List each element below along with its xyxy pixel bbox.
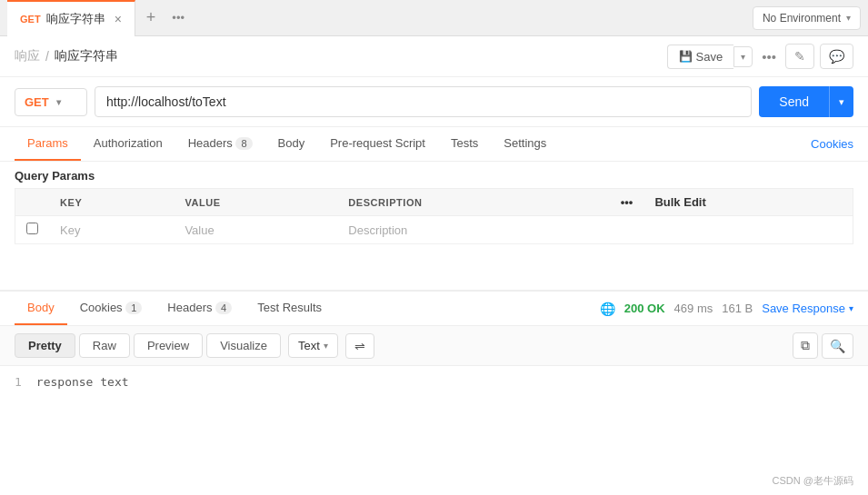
tab-pre-request-script[interactable]: Pre-request Script — [317, 127, 438, 161]
response-size: 161 B — [722, 302, 753, 315]
url-bar: GET ▾ Send ▾ — [0, 77, 868, 127]
save-button-group: 💾 Save ▾ — [667, 45, 753, 69]
save-response-chevron-icon: ▾ — [849, 303, 853, 313]
footer: CSDN @老牛源码 — [773, 474, 853, 488]
dots-col-header: ••• — [610, 189, 644, 216]
row-checkbox[interactable] — [15, 216, 50, 244]
method-chevron-icon: ▾ — [56, 97, 61, 107]
body-toolbar: Pretty Raw Preview Visualize Text ▾ ⇌ ⧉ … — [0, 326, 868, 366]
breadcrumb-current: 响应字符串 — [55, 48, 118, 64]
resp-tab-headers[interactable]: Headers 4 — [155, 292, 244, 325]
save-response-label: Save Response — [762, 302, 845, 315]
active-tab[interactable]: GET 响应字符串 × — [7, 0, 135, 36]
env-chevron-icon: ▾ — [846, 13, 851, 23]
tab-add-button[interactable]: + — [135, 8, 167, 27]
value-cell[interactable]: Value — [174, 216, 337, 244]
wrap-button[interactable]: ⇌ — [345, 333, 374, 359]
description-col-header: DESCRIPTION — [337, 189, 609, 216]
response-header: Body Cookies 1 Headers 4 Test Results 🌐 … — [0, 292, 868, 326]
save-icon: 💾 — [679, 50, 693, 63]
save-response-button[interactable]: Save Response ▾ — [762, 302, 853, 315]
method-label: GET — [25, 95, 49, 109]
edit-button[interactable]: ✎ — [785, 44, 814, 69]
response-code: response text — [36, 375, 129, 389]
header-actions: 💾 Save ▾ ••• ✎ 💬 — [667, 44, 853, 69]
globe-icon: 🌐 — [600, 302, 615, 316]
method-selector[interactable]: GET ▾ — [15, 88, 87, 116]
more-options-button[interactable]: ••• — [758, 45, 780, 68]
resp-tab-cookies[interactable]: Cookies 1 — [67, 292, 155, 325]
env-selector[interactable]: No Environment ▾ — [753, 6, 861, 30]
params-section: Query Params KEY VALUE DESCRIPTION ••• B… — [0, 162, 868, 244]
row-dots — [610, 216, 644, 244]
value-col-header: VALUE — [174, 189, 337, 216]
save-button[interactable]: 💾 Save — [667, 45, 734, 69]
response-section: Body Cookies 1 Headers 4 Test Results 🌐 … — [0, 290, 868, 398]
preview-button[interactable]: Preview — [134, 333, 203, 358]
search-button[interactable]: 🔍 — [822, 333, 853, 359]
key-cell[interactable]: Key — [49, 216, 174, 244]
tab-params[interactable]: Params — [15, 127, 81, 161]
response-meta: 🌐 200 OK 469 ms 161 B Save Response ▾ — [600, 302, 853, 316]
send-chevron-button[interactable]: ▾ — [829, 86, 853, 117]
tab-headers[interactable]: Headers 8 — [175, 127, 265, 161]
pretty-button[interactable]: Pretty — [15, 333, 75, 358]
table-row: Key Value Description — [15, 216, 853, 244]
breadcrumb: 响应 / 响应字符串 — [15, 48, 667, 64]
url-input[interactable] — [95, 86, 752, 117]
spacer — [0, 244, 868, 290]
text-format-label: Text — [298, 339, 320, 352]
row-bulk — [644, 216, 853, 244]
tab-bar: GET 响应字符串 × + ••• No Environment ▾ — [0, 0, 868, 36]
save-label: Save — [696, 50, 723, 64]
save-chevron-button[interactable]: ▾ — [733, 46, 753, 67]
tab-close-button[interactable]: × — [115, 12, 122, 26]
tab-method-badge: GET — [20, 14, 41, 25]
resp-tab-test-results[interactable]: Test Results — [244, 292, 334, 325]
bulk-edit-header[interactable]: Bulk Edit — [644, 189, 853, 216]
tab-title: 响应字符串 — [46, 11, 105, 27]
tab-body[interactable]: Body — [265, 127, 318, 161]
request-tabs: Params Authorization Headers 8 Body Pre-… — [0, 127, 868, 162]
breadcrumb-parent[interactable]: 响应 — [15, 48, 40, 64]
send-button[interactable]: Send — [759, 86, 829, 117]
checkbox-col-header — [15, 189, 50, 216]
text-format-selector[interactable]: Text ▾ — [288, 333, 338, 358]
tab-authorization[interactable]: Authorization — [81, 127, 175, 161]
raw-button[interactable]: Raw — [79, 333, 130, 358]
resp-tab-body[interactable]: Body — [15, 292, 67, 325]
tab-settings[interactable]: Settings — [491, 127, 559, 161]
tab-tests[interactable]: Tests — [438, 127, 491, 161]
status-badge: 200 OK — [624, 302, 665, 315]
tab-more-button[interactable]: ••• — [166, 11, 190, 25]
text-format-chevron-icon: ▾ — [324, 341, 328, 351]
send-button-group: Send ▾ — [759, 86, 853, 117]
copy-button[interactable]: ⧉ — [793, 332, 818, 359]
description-cell[interactable]: Description — [337, 216, 609, 244]
visualize-button[interactable]: Visualize — [206, 333, 281, 358]
line-number: 1 — [15, 375, 22, 389]
comment-button[interactable]: 💬 — [820, 44, 853, 69]
request-header: 响应 / 响应字符串 💾 Save ▾ ••• ✎ 💬 — [0, 36, 868, 77]
cookies-link[interactable]: Cookies — [811, 137, 853, 151]
body-content: 1 response text — [0, 366, 868, 398]
response-time: 469 ms — [674, 302, 713, 315]
params-table: KEY VALUE DESCRIPTION ••• Bulk Edit Key … — [15, 188, 853, 244]
env-label: No Environment — [763, 12, 841, 25]
breadcrumb-separator: / — [45, 49, 49, 64]
section-title: Query Params — [15, 169, 853, 183]
key-col-header: KEY — [49, 189, 174, 216]
